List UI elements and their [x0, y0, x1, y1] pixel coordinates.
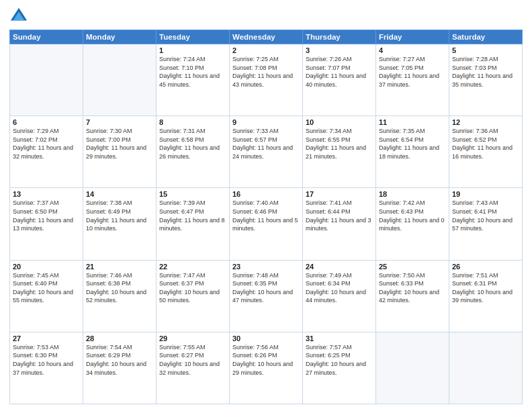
day-number: 18 [379, 190, 446, 198]
day-info: Sunrise: 7:30 AMSunset: 7:00 PMDaylight:… [86, 127, 153, 161]
weekday-header-tuesday: Tuesday [157, 30, 230, 44]
day-info: Sunrise: 7:39 AMSunset: 6:47 PMDaylight:… [159, 199, 226, 232]
header [9, 7, 523, 26]
calendar-cell: 5Sunrise: 7:28 AMSunset: 7:03 PMDaylight… [449, 44, 523, 116]
calendar-cell: 21Sunrise: 7:46 AMSunset: 6:38 PMDayligh… [83, 260, 157, 332]
calendar-cell [449, 332, 523, 404]
calendar-cell: 7Sunrise: 7:30 AMSunset: 7:00 PMDaylight… [83, 116, 157, 188]
day-number: 25 [379, 263, 446, 271]
weekday-header-saturday: Saturday [449, 30, 523, 44]
day-number: 30 [232, 334, 300, 342]
calendar-cell: 14Sunrise: 7:38 AMSunset: 6:49 PMDayligh… [83, 188, 157, 260]
day-number: 21 [86, 263, 153, 271]
calendar-cell: 29Sunrise: 7:55 AMSunset: 6:27 PMDayligh… [157, 332, 230, 404]
calendar-cell: 19Sunrise: 7:43 AMSunset: 6:41 PMDayligh… [449, 188, 523, 260]
logo-icon [9, 7, 28, 26]
day-info: Sunrise: 7:54 AMSunset: 6:29 PMDaylight:… [86, 343, 153, 377]
day-info: Sunrise: 7:57 AMSunset: 6:25 PMDaylight:… [306, 343, 373, 377]
calendar-cell: 24Sunrise: 7:49 AMSunset: 6:34 PMDayligh… [303, 260, 376, 332]
day-number: 26 [452, 263, 519, 271]
weekday-header-thursday: Thursday [303, 30, 376, 44]
day-number: 20 [13, 263, 80, 271]
day-info: Sunrise: 7:47 AMSunset: 6:37 PMDaylight:… [159, 271, 226, 305]
day-info: Sunrise: 7:29 AMSunset: 7:02 PMDaylight:… [13, 127, 80, 161]
day-info: Sunrise: 7:53 AMSunset: 6:30 PMDaylight:… [13, 343, 80, 377]
calendar-cell: 10Sunrise: 7:34 AMSunset: 6:55 PMDayligh… [303, 116, 376, 188]
day-number: 15 [159, 190, 226, 198]
day-number: 14 [86, 190, 153, 198]
day-info: Sunrise: 7:34 AMSunset: 6:55 PMDaylight:… [306, 127, 373, 161]
calendar-cell: 25Sunrise: 7:50 AMSunset: 6:33 PMDayligh… [376, 260, 449, 332]
day-info: Sunrise: 7:55 AMSunset: 6:27 PMDaylight:… [159, 343, 226, 377]
calendar-cell: 27Sunrise: 7:53 AMSunset: 6:30 PMDayligh… [10, 332, 83, 404]
day-number: 28 [86, 334, 153, 342]
calendar-cell: 16Sunrise: 7:40 AMSunset: 6:46 PMDayligh… [230, 188, 303, 260]
day-info: Sunrise: 7:37 AMSunset: 6:50 PMDaylight:… [13, 199, 80, 232]
day-info: Sunrise: 7:28 AMSunset: 7:03 PMDaylight:… [452, 55, 519, 89]
calendar-cell: 1Sunrise: 7:24 AMSunset: 7:10 PMDaylight… [157, 44, 230, 116]
week-row-3: 13Sunrise: 7:37 AMSunset: 6:50 PMDayligh… [10, 188, 523, 260]
calendar-cell: 20Sunrise: 7:45 AMSunset: 6:40 PMDayligh… [10, 260, 83, 332]
day-info: Sunrise: 7:35 AMSunset: 6:54 PMDaylight:… [379, 127, 446, 161]
day-info: Sunrise: 7:38 AMSunset: 6:49 PMDaylight:… [86, 199, 153, 232]
day-info: Sunrise: 7:24 AMSunset: 7:10 PMDaylight:… [159, 55, 226, 89]
calendar-cell: 28Sunrise: 7:54 AMSunset: 6:29 PMDayligh… [83, 332, 157, 404]
day-info: Sunrise: 7:43 AMSunset: 6:41 PMDaylight:… [452, 199, 519, 232]
day-number: 6 [13, 118, 80, 126]
weekday-header-sunday: Sunday [10, 30, 83, 44]
calendar-cell: 9Sunrise: 7:33 AMSunset: 6:57 PMDaylight… [230, 116, 303, 188]
day-number: 16 [232, 190, 300, 198]
calendar-cell: 30Sunrise: 7:56 AMSunset: 6:26 PMDayligh… [230, 332, 303, 404]
day-info: Sunrise: 7:49 AMSunset: 6:34 PMDaylight:… [306, 271, 373, 305]
day-number: 12 [452, 118, 519, 126]
calendar-cell: 6Sunrise: 7:29 AMSunset: 7:02 PMDaylight… [10, 116, 83, 188]
day-info: Sunrise: 7:36 AMSunset: 6:52 PMDaylight:… [452, 127, 519, 161]
day-info: Sunrise: 7:33 AMSunset: 6:57 PMDaylight:… [232, 127, 300, 161]
day-number: 2 [232, 46, 300, 54]
calendar-table: SundayMondayTuesdayWednesdayThursdayFrid… [9, 30, 523, 404]
day-info: Sunrise: 7:50 AMSunset: 6:33 PMDaylight:… [379, 271, 446, 305]
weekday-header-wednesday: Wednesday [230, 30, 303, 44]
day-info: Sunrise: 7:27 AMSunset: 7:05 PMDaylight:… [379, 55, 446, 89]
day-number: 11 [379, 118, 446, 126]
calendar-cell: 8Sunrise: 7:31 AMSunset: 6:58 PMDaylight… [157, 116, 230, 188]
day-number: 17 [306, 190, 373, 198]
day-info: Sunrise: 7:40 AMSunset: 6:46 PMDaylight:… [232, 199, 300, 232]
day-number: 9 [232, 118, 300, 126]
calendar-cell: 31Sunrise: 7:57 AMSunset: 6:25 PMDayligh… [303, 332, 376, 404]
day-info: Sunrise: 7:56 AMSunset: 6:26 PMDaylight:… [232, 343, 300, 377]
day-number: 22 [159, 263, 226, 271]
day-info: Sunrise: 7:48 AMSunset: 6:35 PMDaylight:… [232, 271, 300, 305]
day-info: Sunrise: 7:42 AMSunset: 6:43 PMDaylight:… [379, 199, 446, 232]
day-number: 1 [159, 46, 226, 54]
calendar-cell: 17Sunrise: 7:41 AMSunset: 6:44 PMDayligh… [303, 188, 376, 260]
calendar-cell: 2Sunrise: 7:25 AMSunset: 7:08 PMDaylight… [230, 44, 303, 116]
day-info: Sunrise: 7:26 AMSunset: 7:07 PMDaylight:… [306, 55, 373, 89]
day-number: 4 [379, 46, 446, 54]
day-info: Sunrise: 7:41 AMSunset: 6:44 PMDaylight:… [306, 199, 373, 232]
day-number: 10 [306, 118, 373, 126]
day-number: 3 [306, 46, 373, 54]
day-info: Sunrise: 7:45 AMSunset: 6:40 PMDaylight:… [13, 271, 80, 305]
week-row-5: 27Sunrise: 7:53 AMSunset: 6:30 PMDayligh… [10, 332, 523, 404]
day-info: Sunrise: 7:25 AMSunset: 7:08 PMDaylight:… [232, 55, 300, 89]
calendar-cell: 4Sunrise: 7:27 AMSunset: 7:05 PMDaylight… [376, 44, 449, 116]
calendar-cell: 12Sunrise: 7:36 AMSunset: 6:52 PMDayligh… [449, 116, 523, 188]
weekday-header-row: SundayMondayTuesdayWednesdayThursdayFrid… [10, 30, 523, 44]
day-number: 19 [452, 190, 519, 198]
day-info: Sunrise: 7:31 AMSunset: 6:58 PMDaylight:… [159, 127, 226, 161]
calendar-cell [10, 44, 83, 116]
day-number: 7 [86, 118, 153, 126]
calendar-cell: 26Sunrise: 7:51 AMSunset: 6:31 PMDayligh… [449, 260, 523, 332]
calendar-cell: 3Sunrise: 7:26 AMSunset: 7:07 PMDaylight… [303, 44, 376, 116]
day-number: 23 [232, 263, 300, 271]
page: SundayMondayTuesdayWednesdayThursdayFrid… [0, 0, 532, 411]
day-info: Sunrise: 7:46 AMSunset: 6:38 PMDaylight:… [86, 271, 153, 305]
weekday-header-monday: Monday [83, 30, 157, 44]
calendar-cell [83, 44, 157, 116]
day-number: 29 [159, 334, 226, 342]
calendar-cell: 18Sunrise: 7:42 AMSunset: 6:43 PMDayligh… [376, 188, 449, 260]
day-number: 24 [306, 263, 373, 271]
day-number: 13 [13, 190, 80, 198]
calendar-cell: 11Sunrise: 7:35 AMSunset: 6:54 PMDayligh… [376, 116, 449, 188]
